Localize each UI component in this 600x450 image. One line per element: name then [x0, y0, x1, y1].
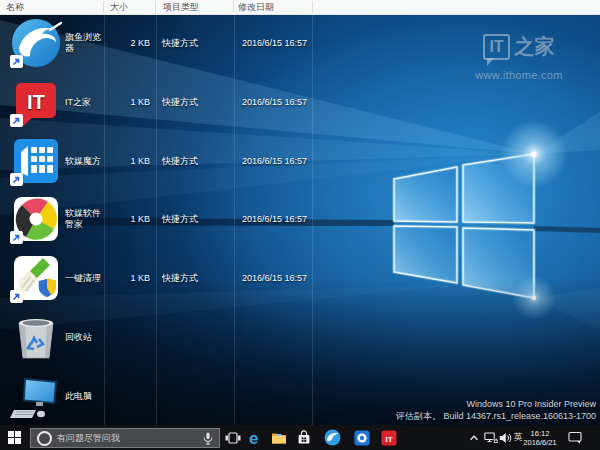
watermark-home-text: 之家: [515, 33, 555, 60]
ithome-logo-icon: IT: [483, 34, 509, 60]
header-size[interactable]: 大小: [110, 0, 128, 14]
item-size: 1 KB: [104, 273, 150, 283]
item-date: 2016/6/15 16:57: [242, 156, 327, 166]
item-date: 2016/6/15 16:57: [242, 38, 327, 48]
ruanmei-app-taskbar-icon: [354, 430, 370, 446]
ruanmei-app-taskbar-button[interactable]: [351, 425, 373, 450]
ithome-taskbar-button[interactable]: IT: [378, 425, 400, 450]
item-size: 1 KB: [104, 156, 150, 166]
tray-network-button[interactable]: [482, 425, 499, 450]
search-input[interactable]: [57, 433, 199, 443]
header-separator[interactable]: [103, 1, 104, 13]
cortana-search-box[interactable]: [30, 428, 220, 448]
item-name[interactable]: 软媒魔方: [65, 155, 105, 166]
recycle-bin-icon[interactable]: [10, 311, 62, 363]
item-size: 2 KB: [104, 38, 150, 48]
item-date: 2016/6/15 16:57: [242, 214, 327, 224]
tray-show-hidden-icons-button[interactable]: [466, 425, 482, 450]
action-center-icon: [568, 431, 582, 444]
item-size: 1 KB: [104, 97, 150, 107]
desktop-item-ithome[interactable]: IT IT之家 1 KB 快捷方式 2016/6/15 16:57: [0, 73, 330, 132]
chevron-up-icon: [469, 433, 479, 443]
ruanmei-mofang-icon[interactable]: [10, 135, 62, 187]
file-explorer-icon: [271, 431, 287, 445]
shortcut-arrow-icon: [10, 55, 23, 68]
desktop-item-this-pc[interactable]: 此电脑: [0, 366, 330, 425]
header-type[interactable]: 项目类型: [163, 0, 199, 14]
item-type: 快捷方式: [162, 213, 232, 226]
taskbar: e: [0, 425, 600, 450]
item-name[interactable]: 旗鱼浏览器: [65, 32, 105, 54]
details-view-header: 名称 大小 项目类型 修改日期: [0, 0, 600, 15]
svg-text:e: e: [249, 430, 258, 446]
item-type: 快捷方式: [162, 154, 232, 167]
task-view-button[interactable]: [222, 425, 244, 450]
item-type: 快捷方式: [162, 37, 232, 50]
svg-text:IT: IT: [385, 434, 392, 443]
item-size: 1 KB: [104, 214, 150, 224]
item-name[interactable]: IT之家: [65, 97, 105, 108]
ruanmei-manager-icon[interactable]: [10, 193, 62, 245]
item-date: 2016/6/15 16:57: [242, 97, 327, 107]
swordfish-browser-taskbar-button[interactable]: [321, 425, 343, 450]
header-date[interactable]: 修改日期: [238, 0, 274, 14]
store-button[interactable]: [293, 425, 315, 450]
desktop-item-mofang[interactable]: 软媒魔方 1 KB 快捷方式 2016/6/15 16:57: [0, 131, 330, 190]
item-name[interactable]: 一键清理: [65, 273, 105, 284]
cortana-icon: [37, 431, 52, 446]
desktop-item-one-key-clean[interactable]: 一键清理 1 KB 快捷方式 2016/6/15 16:57: [0, 249, 330, 308]
item-date: 2016/6/15 16:57: [242, 273, 327, 283]
shortcut-arrow-icon: [10, 173, 23, 186]
microphone-icon[interactable]: [203, 432, 213, 445]
windows-desktop: 名称 大小 项目类型 修改日期 旗鱼浏览器 2 KB 快捷方式 2016/6/1…: [0, 0, 600, 450]
edge-button[interactable]: e: [244, 425, 266, 450]
item-name[interactable]: 软媒软件管家: [65, 208, 105, 230]
task-view-icon: [225, 430, 241, 446]
header-separator[interactable]: [155, 1, 156, 13]
start-button[interactable]: [0, 425, 28, 450]
clock-date: 2016/6/21: [523, 438, 556, 447]
item-type: 快捷方式: [162, 272, 232, 285]
item-name[interactable]: 此电脑: [65, 390, 105, 401]
ithome-watermark: IT 之家 www.ithome.com: [464, 33, 574, 81]
item-type: 快捷方式: [162, 96, 232, 109]
windows-start-icon: [8, 431, 21, 444]
item-name[interactable]: 回收站: [65, 331, 105, 342]
header-separator[interactable]: [312, 1, 313, 13]
file-explorer-button[interactable]: [268, 425, 290, 450]
desktop-item-recycle-bin[interactable]: 回收站: [0, 308, 330, 367]
edge-icon: e: [247, 430, 263, 446]
shortcut-arrow-icon: [10, 231, 23, 244]
one-key-clean-icon[interactable]: [10, 252, 62, 304]
store-icon: [296, 430, 312, 446]
shortcut-arrow-icon: [10, 290, 23, 303]
tray-clock[interactable]: 16:12 2016/6/21: [521, 425, 559, 450]
ithome-taskbar-icon: IT: [381, 430, 397, 446]
swordfish-browser-taskbar-icon: [324, 429, 341, 446]
header-separator[interactable]: [233, 1, 234, 13]
action-center-button[interactable]: [565, 425, 585, 450]
ithome-app-icon[interactable]: IT: [10, 76, 62, 128]
swordfish-browser-icon[interactable]: [10, 17, 62, 69]
build-line2: 评估副本。 Build 14367.rs1_release.160613-170…: [396, 411, 596, 423]
clock-time: 16:12: [531, 429, 550, 438]
this-pc-icon[interactable]: [10, 370, 62, 422]
shortcut-arrow-icon: [10, 114, 23, 127]
build-line1: Windows 10 Pro Insider Preview: [396, 399, 596, 411]
header-name[interactable]: 名称: [6, 0, 24, 14]
desktop-item-qiyu-browser[interactable]: 旗鱼浏览器 2 KB 快捷方式 2016/6/15 16:57: [0, 14, 330, 73]
svg-text:IT: IT: [27, 91, 45, 113]
desktop-item-soft-manager[interactable]: 软媒软件管家 1 KB 快捷方式 2016/6/15 16:57: [0, 190, 330, 249]
insider-build-watermark: Windows 10 Pro Insider Preview 评估副本。 Bui…: [396, 399, 596, 422]
watermark-url: www.ithome.com: [464, 69, 574, 81]
network-icon: [484, 432, 498, 444]
